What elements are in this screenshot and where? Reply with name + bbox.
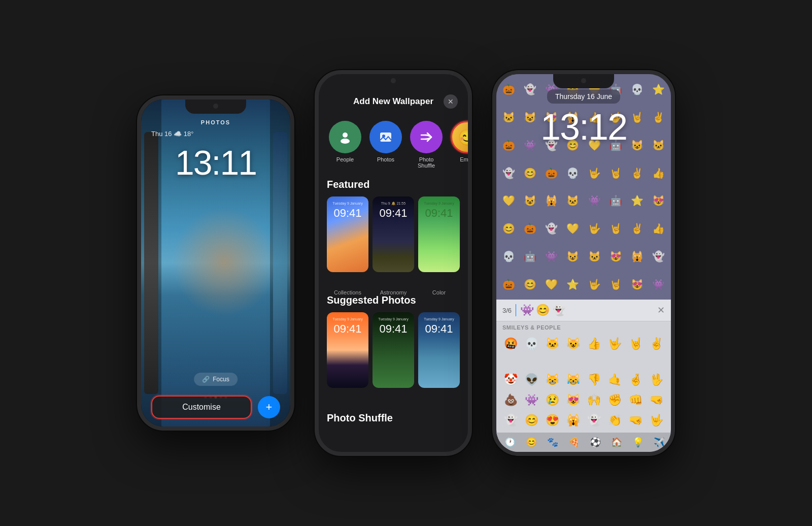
phone-1-focus-badge[interactable]: 🔗 Focus — [194, 373, 238, 386]
emoji-key[interactable]: 🤜 — [646, 390, 667, 410]
emoji-key[interactable]: 👾 — [521, 390, 542, 410]
emoji-key[interactable]: 🤟 — [604, 334, 625, 354]
preview-astronomy-wrapper[interactable]: Thu 9 🔔 21:55 09:41 Astronomy — [373, 196, 414, 284]
emoji-key[interactable]: 💀 — [521, 334, 542, 354]
emoji-key[interactable]: 😍 — [542, 410, 563, 431]
emoji-bg-cell: 🤘 — [627, 104, 648, 131]
emoji-key[interactable]: 👍 — [584, 334, 604, 354]
emoji-bg-cell: 👾 — [649, 271, 669, 298]
color-date: Tuesday 9 January — [418, 202, 460, 205]
suggested-water-wrapper[interactable]: Tuesday 9 January 09:41 — [418, 312, 460, 400]
emoji-key[interactable]: 👎 — [584, 370, 604, 390]
emoji-bg-cell: 🎃 — [498, 132, 519, 159]
picker-selected-emojis: 👾 😊 👻 — [520, 304, 653, 317]
emoji-key[interactable]: 🤟 — [646, 410, 667, 431]
selected-emoji-3: 👻 — [552, 304, 565, 317]
phone-1-camera — [213, 104, 218, 109]
emoji-bg-cell: 😻 — [542, 104, 562, 131]
emoji-key[interactable]: 😢 — [542, 390, 563, 410]
emoji-bg-cell: 😻 — [649, 187, 669, 214]
preview-color: Tuesday 9 January 09:41 — [418, 196, 460, 272]
emoji-key[interactable]: 👽 — [521, 370, 542, 390]
emoji-picker-close-button[interactable]: ✕ — [657, 305, 665, 316]
phone-1-status-bar: Thu 16 ☁️ 18° — [151, 130, 280, 138]
emoji-bg-cell: 👻 — [542, 132, 562, 159]
preview-color-wrapper[interactable]: Tuesday 9 January 09:41 Color — [418, 196, 460, 284]
emoji-bg-cell: ✌️ — [627, 215, 648, 242]
emoji-key[interactable]: 🙌 — [584, 390, 604, 410]
emoji-key[interactable]: ✌️ — [646, 334, 667, 354]
emoji-bg-cell: 😺 — [520, 104, 540, 131]
emoji-bg-cell: 🎃 — [542, 159, 562, 186]
emoji-key[interactable]: 👻 — [584, 410, 604, 431]
emoji-bg-cell: 🐱 — [498, 104, 519, 131]
emoji-bg-cell: 😻 — [627, 271, 648, 298]
toolbar-recent-icon[interactable]: 🕐 — [504, 437, 516, 448]
toolbar-travel-icon[interactable]: 🏠 — [611, 437, 622, 448]
category-emoji[interactable]: 😊 Emoji — [451, 121, 468, 169]
emoji-bg-cell: 🤖 — [520, 243, 540, 270]
phone-2-close-button[interactable]: ✕ — [444, 94, 458, 109]
emoji-key[interactable]: 🤬 — [500, 334, 521, 354]
emoji-bg-cell: 😺 — [520, 187, 540, 214]
phone-2: Add New Wallpaper ✕ People — [315, 70, 472, 456]
category-people[interactable]: People — [329, 121, 361, 169]
phone-1-screen: PHOTOS Thu 16 ☁️ 18° 13:11 🔗 Focus Custo… — [141, 100, 290, 426]
emoji-key[interactable]: 🤘 — [625, 334, 646, 354]
focus-link-icon: 🔗 — [202, 376, 210, 383]
featured-grid: Tuesday 9 January 09:41 Collections Thu … — [327, 196, 460, 284]
suggested-sunset-wrapper[interactable]: Tuesday 9 January 09:41 — [327, 312, 368, 400]
emoji-bg-cell: 😊 — [563, 132, 583, 159]
emoji-key[interactable]: 🖖 — [646, 370, 667, 390]
phone-2-title: Add New Wallpaper — [343, 96, 444, 107]
emoji-bg-cell: 💛 — [498, 187, 519, 214]
picker-divider — [516, 304, 516, 316]
phone-2-categories: People Photos — [319, 117, 468, 177]
astronomy-time: 09:41 — [373, 207, 414, 220]
toolbar-food-icon[interactable]: 🍕 — [568, 437, 580, 448]
emoji-bg-cell: 👍 — [584, 104, 604, 131]
emoji-key[interactable]: 🤡 — [500, 370, 521, 390]
add-wallpaper-button[interactable]: + — [258, 396, 280, 418]
emoji-key[interactable]: 🙀 — [563, 410, 584, 431]
emoji-grid-row-4: 👻 😊 😍 🙀 👻 👏 🤜 🤟 — [496, 410, 671, 433]
toolbar-animals-icon[interactable]: 🐾 — [547, 437, 558, 448]
emoji-key[interactable]: ✊ — [604, 390, 625, 410]
preview-water: Tuesday 9 January 09:41 — [418, 312, 460, 388]
emoji-key[interactable]: 🤜 — [625, 410, 646, 431]
category-shuffle[interactable]: Photo Shuffle — [410, 121, 443, 169]
color-label: Color — [418, 289, 460, 295]
emoji-key[interactable]: 😸 — [542, 370, 563, 390]
customise-button[interactable]: Customise — [151, 396, 252, 419]
emoji-key[interactable]: 👊 — [625, 390, 646, 410]
emoji-key[interactable]: 😻 — [563, 390, 584, 410]
emoji-bg-cell: ⭐ — [649, 76, 669, 103]
phone-1: PHOTOS Thu 16 ☁️ 18° 13:11 🔗 Focus Custo… — [137, 95, 294, 431]
emoji-key[interactable]: 😹 — [563, 370, 584, 390]
toolbar-objects-icon[interactable]: 💡 — [632, 437, 644, 448]
emoji-key[interactable]: 🐱 — [542, 334, 563, 354]
emoji-bg-cell: 👾 — [520, 132, 540, 159]
suggested-forest-wrapper[interactable]: Tuesday 9 January 09:41 — [373, 312, 414, 400]
emoji-key[interactable]: 💩 — [500, 390, 521, 410]
emoji-bg-cell: 💛 — [584, 132, 604, 159]
emoji-key[interactable]: 👏 — [604, 410, 625, 431]
preview-collections-wrapper[interactable]: Tuesday 9 January 09:41 Collections — [327, 196, 368, 284]
emoji-key[interactable]: 😺 — [563, 334, 584, 354]
emoji-picker-header: 3/6 👾 😊 👻 ✕ — [496, 300, 671, 321]
emoji-bg-cell: 🙀 — [542, 187, 562, 214]
category-photos[interactable]: Photos — [369, 121, 402, 169]
toolbar-symbols-icon[interactable]: ✈️ — [654, 437, 665, 448]
emoji-key[interactable]: 👻 — [500, 410, 521, 431]
toolbar-sports-icon[interactable]: ⚽ — [590, 437, 601, 448]
emoji-key[interactable]: 🤙 — [604, 370, 625, 390]
emoji-key[interactable]: 😊 — [521, 410, 542, 431]
emoji-wallpaper-icon: 😊 — [451, 121, 468, 153]
emoji-key[interactable]: 🤞 — [625, 370, 646, 390]
phone-1-focus-label: Focus — [213, 376, 229, 383]
phone-1-header: PHOTOS — [141, 117, 290, 126]
toolbar-smileys-icon[interactable]: 😊 — [526, 437, 537, 448]
emoji-grid-row-3: 💩 👾 😢 😻 🙌 ✊ 👊 🤜 — [496, 390, 671, 410]
emoji-bg-cell: 🎃 — [498, 76, 519, 103]
forest-time: 09:41 — [373, 322, 414, 336]
